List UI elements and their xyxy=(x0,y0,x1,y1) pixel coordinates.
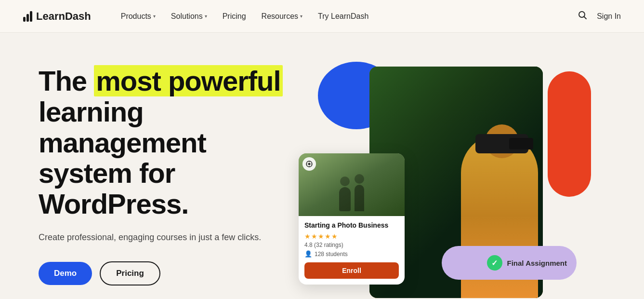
card-image xyxy=(299,153,405,216)
solutions-label: Solutions xyxy=(171,12,203,21)
nav-item-solutions[interactable]: Solutions ▾ xyxy=(164,8,214,25)
nav-right: Sign In xyxy=(578,10,621,22)
demo-button[interactable]: Demo xyxy=(39,262,92,285)
search-icon[interactable] xyxy=(578,10,587,22)
student-icon: 👤 xyxy=(304,250,312,258)
bar3 xyxy=(30,11,32,22)
card-stars: ★★★★★ xyxy=(304,232,399,240)
pricing-label: Pricing xyxy=(223,12,246,21)
svg-point-3 xyxy=(308,163,311,165)
try-label: Try LearnDash xyxy=(318,12,368,21)
heading-prefix: The xyxy=(39,65,94,96)
card-title: Starting a Photo Business xyxy=(304,221,399,230)
card-rating: 4.8 (32 ratings) xyxy=(304,242,399,248)
assignment-badge: ✓ Final Assignment xyxy=(442,246,577,280)
bar2 xyxy=(26,14,29,22)
deco-red-rect xyxy=(548,71,591,197)
solutions-chevron: ▾ xyxy=(205,14,207,19)
navbar: LearnDash Products ▾ Solutions ▾ Pricing… xyxy=(0,0,644,33)
resources-chevron: ▾ xyxy=(300,14,302,19)
products-label: Products xyxy=(121,12,151,21)
card-students: 👤 128 students xyxy=(304,250,399,258)
hero-subtitle: Create professional, engaging courses in… xyxy=(39,231,289,244)
svg-line-1 xyxy=(584,17,587,19)
course-card: Starting a Photo Business ★★★★★ 4.8 (32 … xyxy=(299,153,405,285)
students-count: 128 students xyxy=(315,251,348,258)
pricing-button[interactable]: Pricing xyxy=(100,261,160,285)
heading-suffix: learning management system for WordPress… xyxy=(39,96,206,219)
camera-lens xyxy=(509,138,533,150)
nav-item-try[interactable]: Try LearnDash xyxy=(311,8,375,25)
heading-highlight: most powerful xyxy=(94,65,282,96)
assignment-label: Final Assignment xyxy=(507,259,567,267)
card-logo-icon xyxy=(302,157,316,171)
hero-buttons: Demo Pricing xyxy=(39,261,289,285)
logo-icon xyxy=(23,11,32,22)
nav-item-pricing[interactable]: Pricing xyxy=(216,8,253,25)
nav-links: Products ▾ Solutions ▾ Pricing Resources… xyxy=(114,8,578,25)
hero-right: ✓ Final Assignment xyxy=(289,52,605,299)
enroll-button[interactable]: Enroll xyxy=(304,262,399,279)
nav-item-resources[interactable]: Resources ▾ xyxy=(255,8,309,25)
resources-label: Resources xyxy=(262,12,298,21)
bar1 xyxy=(23,17,26,22)
check-icon: ✓ xyxy=(487,255,502,271)
card-body: Starting a Photo Business ★★★★★ 4.8 (32 … xyxy=(299,216,405,285)
logo[interactable]: LearnDash xyxy=(23,10,91,23)
signin-link[interactable]: Sign In xyxy=(597,12,621,21)
hero-heading: The most powerful learning management sy… xyxy=(39,66,289,219)
logo-text: LearnDash xyxy=(36,10,91,23)
hero-left: The most powerful learning management sy… xyxy=(39,66,289,285)
couple-figure xyxy=(339,174,364,211)
products-chevron: ▾ xyxy=(153,14,156,19)
hero-section: The most powerful learning management sy… xyxy=(0,33,644,299)
nav-item-products[interactable]: Products ▾ xyxy=(114,8,162,25)
